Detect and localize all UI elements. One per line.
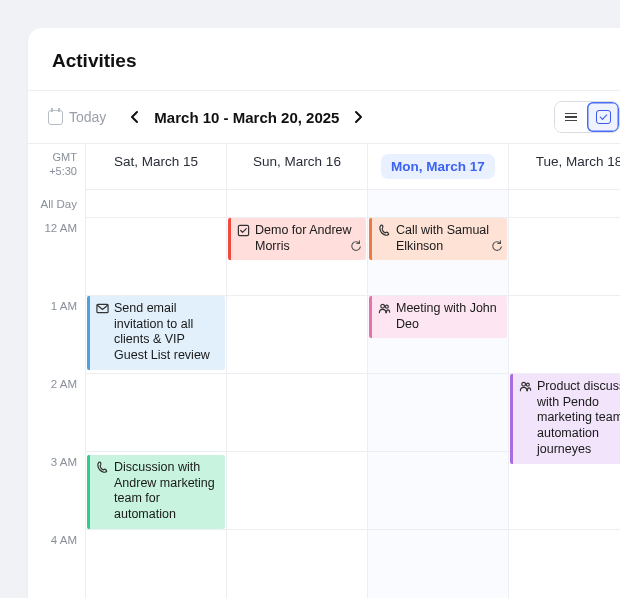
hour-cell[interactable] <box>227 452 367 530</box>
event-title: Demo for Andrew Morris <box>255 223 360 255</box>
people-icon <box>519 380 533 394</box>
svg-point-4 <box>522 382 526 386</box>
recurring-icon <box>350 240 362 256</box>
timezone-label: GMT +5:30 <box>28 144 86 190</box>
phone-icon <box>378 224 392 238</box>
day-header[interactable]: Sun, March 16 <box>227 144 368 190</box>
day-column-today: Call with Samual Elkinson Meeting with J… <box>368 190 509 598</box>
event-title: Discussion with Andrew marketing team fo… <box>114 460 219 524</box>
hour-cell[interactable] <box>86 218 226 296</box>
people-icon <box>378 302 392 316</box>
hour-cell[interactable] <box>509 452 620 530</box>
hour-cell[interactable]: Call with Samual Elkinson <box>368 218 508 296</box>
event-title: Meeting with John Deo <box>396 301 501 333</box>
event-title: Call with Samual Elkinson <box>396 223 501 255</box>
hour-cell[interactable]: Meeting with John Deo <box>368 296 508 374</box>
calendar-view-button[interactable] <box>587 102 619 132</box>
chevron-left-icon <box>130 110 140 124</box>
svg-point-3 <box>385 305 388 308</box>
hour-cell[interactable]: Product discuss with Pendo marketing tea… <box>509 374 620 452</box>
next-button[interactable] <box>349 106 367 128</box>
mail-icon <box>96 302 110 316</box>
hour-cell[interactable] <box>86 530 226 598</box>
day-column: Send email invitation to all clients & V… <box>86 190 227 598</box>
day-column: Demo for Andrew Morris <box>227 190 368 598</box>
hour-cell[interactable] <box>368 530 508 598</box>
phone-icon <box>96 461 110 475</box>
list-view-button[interactable] <box>555 102 587 132</box>
event[interactable]: Meeting with John Deo <box>369 296 507 338</box>
day-column: Product discuss with Pendo marketing tea… <box>509 190 620 598</box>
date-nav: March 10 - March 20, 2025 <box>126 106 367 128</box>
allday-label: All Day <box>28 190 77 218</box>
event[interactable]: Product discuss with Pendo marketing tea… <box>510 374 620 464</box>
list-icon <box>565 113 577 122</box>
event[interactable]: Call with Samual Elkinson <box>369 218 507 260</box>
today-label: Today <box>69 109 106 125</box>
allday-cell[interactable] <box>86 190 226 218</box>
event[interactable]: Send email invitation to all clients & V… <box>87 296 225 370</box>
hour-cell[interactable]: Demo for Andrew Morris <box>227 218 367 296</box>
hour-cell[interactable] <box>368 374 508 452</box>
hour-label: 1 AM <box>28 296 77 374</box>
today-button[interactable]: Today <box>46 105 108 129</box>
chevron-right-icon <box>353 110 363 124</box>
hour-cell[interactable]: Discussion with Andrew marketing team fo… <box>86 452 226 530</box>
view-toggle <box>554 101 620 133</box>
hour-label: 3 AM <box>28 452 77 530</box>
time-column: All Day 12 AM 1 AM 2 AM 3 AM 4 AM <box>28 190 86 598</box>
page-title: Activities <box>52 50 614 72</box>
prev-button[interactable] <box>126 106 144 128</box>
day-header[interactable]: Tue, March 18 <box>509 144 620 190</box>
calendar-icon <box>48 110 63 125</box>
event[interactable]: Demo for Andrew Morris <box>228 218 366 260</box>
hour-label: 2 AM <box>28 374 77 452</box>
allday-cell[interactable] <box>368 190 508 218</box>
day-header-today[interactable]: Mon, March 17 <box>368 144 509 190</box>
activities-card: Activities Today March 10 - March 20, 20… <box>28 28 620 598</box>
hour-cell[interactable] <box>227 296 367 374</box>
hour-cell[interactable] <box>509 296 620 374</box>
allday-cell[interactable] <box>509 190 620 218</box>
hour-label: 4 AM <box>28 530 77 598</box>
recurring-icon <box>491 240 503 256</box>
hour-cell[interactable] <box>227 530 367 598</box>
date-range: March 10 - March 20, 2025 <box>154 109 339 126</box>
header: Activities <box>28 28 620 90</box>
allday-cell[interactable] <box>227 190 367 218</box>
svg-point-2 <box>381 304 385 308</box>
svg-rect-1 <box>238 225 248 235</box>
day-header[interactable]: Sat, March 15 <box>86 144 227 190</box>
toolbar: Today March 10 - March 20, 2025 <box>28 90 620 143</box>
calendar-grid: GMT +5:30 Sat, March 15 Sun, March 16 Mo… <box>28 143 620 598</box>
hour-cell[interactable] <box>509 530 620 598</box>
hour-cell[interactable]: Send email invitation to all clients & V… <box>86 296 226 374</box>
event[interactable]: Discussion with Andrew marketing team fo… <box>87 455 225 529</box>
event-title: Send email invitation to all clients & V… <box>114 301 219 365</box>
task-icon <box>237 224 251 238</box>
hour-cell[interactable] <box>227 374 367 452</box>
hour-cell[interactable] <box>368 452 508 530</box>
hour-cell[interactable] <box>509 218 620 296</box>
event-title: Product discuss with Pendo marketing tea… <box>537 379 620 459</box>
hour-label: 12 AM <box>28 218 77 296</box>
calendar-check-icon <box>596 110 611 124</box>
svg-point-5 <box>526 383 529 386</box>
hour-cell[interactable] <box>86 374 226 452</box>
